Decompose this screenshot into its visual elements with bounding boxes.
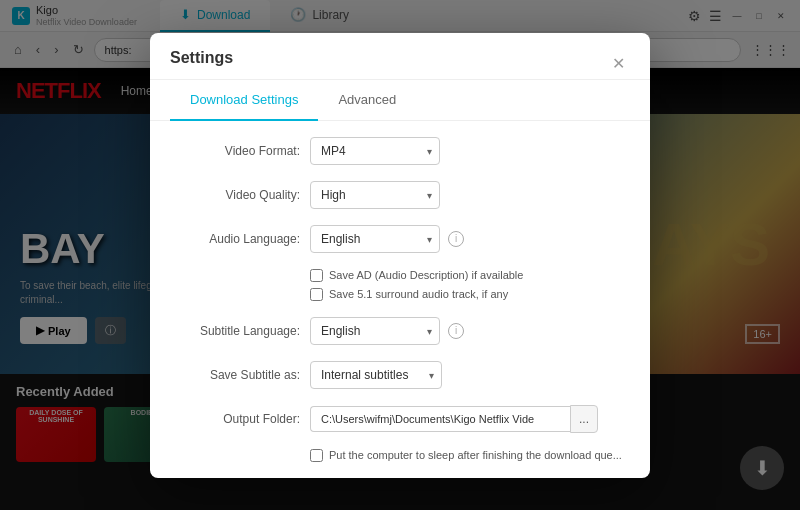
dialog-tabs: Download Settings Advanced [150, 80, 650, 121]
audio-info-icon[interactable]: i [448, 231, 464, 247]
subtitle-language-select-wrapper: English Spanish French None ▾ [310, 317, 440, 345]
dialog-body: Video Format: MP4 MKV AVI ▾ Video Qualit… [150, 121, 650, 478]
save-ad-checkbox[interactable] [310, 269, 323, 282]
subtitle-language-label: Subtitle Language: [170, 324, 300, 338]
output-folder-row: Output Folder: C:\Users\wifmj\Documents\… [170, 405, 630, 433]
modal-overlay: Settings ✕ Download Settings Advanced Vi… [0, 0, 800, 510]
output-folder-control: C:\Users\wifmj\Documents\Kigo Netflix Vi… [310, 405, 630, 433]
browse-folder-button[interactable]: ... [570, 405, 598, 433]
video-format-label: Video Format: [170, 144, 300, 158]
audio-options-group: Save AD (Audio Description) if available… [310, 269, 630, 301]
save-subtitle-select-wrapper: Internal subtitles External subtitles No… [310, 361, 442, 389]
video-format-row: Video Format: MP4 MKV AVI ▾ [170, 137, 630, 165]
folder-picker: C:\Users\wifmj\Documents\Kigo Netflix Vi… [310, 405, 598, 433]
output-folder-label: Output Folder: [170, 412, 300, 426]
dialog-close-button[interactable]: ✕ [606, 52, 630, 76]
subtitle-language-row: Subtitle Language: English Spanish Frenc… [170, 317, 630, 345]
audio-language-label: Audio Language: [170, 232, 300, 246]
video-format-select-wrapper: MP4 MKV AVI ▾ [310, 137, 440, 165]
dialog-header: Settings ✕ [150, 33, 650, 80]
video-format-select[interactable]: MP4 MKV AVI [310, 137, 440, 165]
save-subtitle-label: Save Subtitle as: [170, 368, 300, 382]
dialog-title: Settings [170, 49, 233, 79]
save-51-checkbox[interactable] [310, 288, 323, 301]
save-ad-checkbox-row[interactable]: Save AD (Audio Description) if available [310, 269, 630, 282]
subtitle-info-icon[interactable]: i [448, 323, 464, 339]
tab-advanced[interactable]: Advanced [318, 80, 416, 121]
audio-language-select-wrapper: English Spanish French ▾ [310, 225, 440, 253]
video-quality-select-wrapper: High Medium Low ▾ [310, 181, 440, 209]
video-quality-label: Video Quality: [170, 188, 300, 202]
save-51-label: Save 5.1 surround audio track, if any [329, 288, 508, 300]
sleep-checkbox[interactable] [310, 449, 323, 462]
sleep-option-row: Put the computer to sleep after finishin… [310, 449, 630, 462]
video-quality-control: High Medium Low ▾ [310, 181, 630, 209]
save-subtitle-row: Save Subtitle as: Internal subtitles Ext… [170, 361, 630, 389]
subtitle-language-control: English Spanish French None ▾ i [310, 317, 630, 345]
settings-dialog: Settings ✕ Download Settings Advanced Vi… [150, 33, 650, 478]
subtitle-language-select[interactable]: English Spanish French None [310, 317, 440, 345]
video-quality-select[interactable]: High Medium Low [310, 181, 440, 209]
audio-language-row: Audio Language: English Spanish French ▾… [170, 225, 630, 253]
save-51-checkbox-row[interactable]: Save 5.1 surround audio track, if any [310, 288, 630, 301]
tab-download-settings[interactable]: Download Settings [170, 80, 318, 121]
video-format-control: MP4 MKV AVI ▾ [310, 137, 630, 165]
save-ad-label: Save AD (Audio Description) if available [329, 269, 523, 281]
folder-path: C:\Users\wifmj\Documents\Kigo Netflix Vi… [310, 406, 570, 432]
save-subtitle-control: Internal subtitles External subtitles No… [310, 361, 630, 389]
save-subtitle-select[interactable]: Internal subtitles External subtitles No… [310, 361, 442, 389]
audio-language-select[interactable]: English Spanish French [310, 225, 440, 253]
audio-language-control: English Spanish French ▾ i [310, 225, 630, 253]
sleep-label: Put the computer to sleep after finishin… [329, 449, 622, 461]
video-quality-row: Video Quality: High Medium Low ▾ [170, 181, 630, 209]
